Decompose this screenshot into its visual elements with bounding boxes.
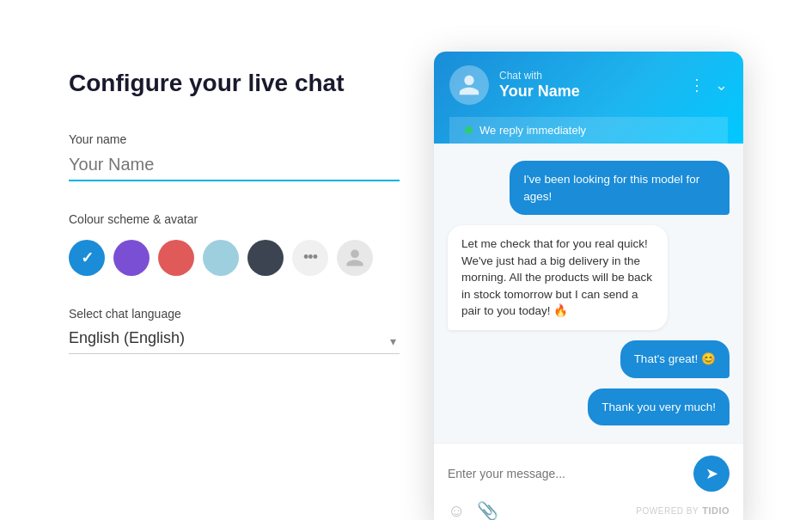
color-scheme-group: Colour scheme & avatar •••	[69, 212, 400, 276]
status-text: We reply immediately	[479, 124, 586, 137]
left-panel: Configure your live chat Your name Colou…	[69, 52, 400, 354]
chat-header-top: Chat with Your Name ⋮ ⌄	[449, 65, 728, 117]
chat-message-input[interactable]	[448, 467, 693, 480]
page-container: Configure your live chat Your name Colou…	[17, 17, 795, 520]
language-select[interactable]: English (English) French (Français) Germ…	[69, 329, 400, 346]
color-blue[interactable]	[69, 240, 105, 276]
name-field-group: Your name	[69, 132, 400, 181]
minimize-icon[interactable]: ⌄	[715, 76, 728, 95]
language-select-wrapper: English (English) French (Français) Germ…	[69, 329, 400, 354]
color-red[interactable]	[158, 240, 194, 276]
chat-toolbar-left: ☺ 📎	[448, 500, 498, 520]
color-lightblue[interactable]	[203, 240, 239, 276]
language-label: Select chat language	[69, 307, 400, 321]
send-icon: ➤	[705, 464, 718, 483]
send-button[interactable]: ➤	[693, 456, 730, 492]
avatar-upload[interactable]	[337, 240, 373, 276]
message-2: Let me check that for you real quick! We…	[448, 225, 668, 330]
color-dark[interactable]	[247, 240, 284, 276]
chat-input-row: ➤	[448, 456, 730, 492]
online-status-dot	[465, 126, 473, 134]
tidio-branding: POWERED BY TIDIO	[636, 505, 730, 516]
chat-messages: I've been looking for this model for age…	[434, 144, 743, 443]
message-1: I've been looking for this model for age…	[510, 161, 730, 215]
page-title: Configure your live chat	[69, 69, 400, 98]
chat-footer: ➤ ☺ 📎 POWERED BY TIDIO	[434, 443, 743, 520]
chat-status-bar: We reply immediately	[449, 117, 728, 144]
chat-header: Chat with Your Name ⋮ ⌄ We reply immedia…	[434, 52, 743, 144]
chat-with-label: Chat with	[499, 70, 679, 81]
message-4: Thank you very much!	[588, 388, 730, 426]
color-row: •••	[69, 240, 400, 276]
message-3: That's great! 😊	[620, 340, 730, 378]
color-label: Colour scheme & avatar	[69, 212, 400, 226]
name-label: Your name	[69, 132, 400, 146]
chat-agent-avatar	[449, 65, 489, 105]
more-options-icon[interactable]: ⋮	[689, 76, 705, 95]
name-input[interactable]	[69, 155, 400, 181]
color-purple[interactable]	[113, 240, 150, 276]
chat-header-actions: ⋮ ⌄	[689, 76, 728, 95]
powered-by-text: POWERED BY	[636, 506, 699, 516]
chat-title-group: Chat with Your Name	[499, 70, 679, 101]
chat-agent-name: Your Name	[499, 83, 679, 101]
language-group: Select chat language English (English) F…	[69, 307, 400, 354]
chat-widget: Chat with Your Name ⋮ ⌄ We reply immedia…	[434, 52, 743, 520]
tidio-logo: TIDIO	[702, 505, 730, 516]
emoji-icon[interactable]: ☺	[448, 501, 465, 520]
attachment-icon[interactable]: 📎	[477, 500, 498, 520]
chat-toolbar: ☺ 📎 POWERED BY TIDIO	[448, 500, 730, 520]
more-colors-button[interactable]: •••	[292, 240, 328, 276]
